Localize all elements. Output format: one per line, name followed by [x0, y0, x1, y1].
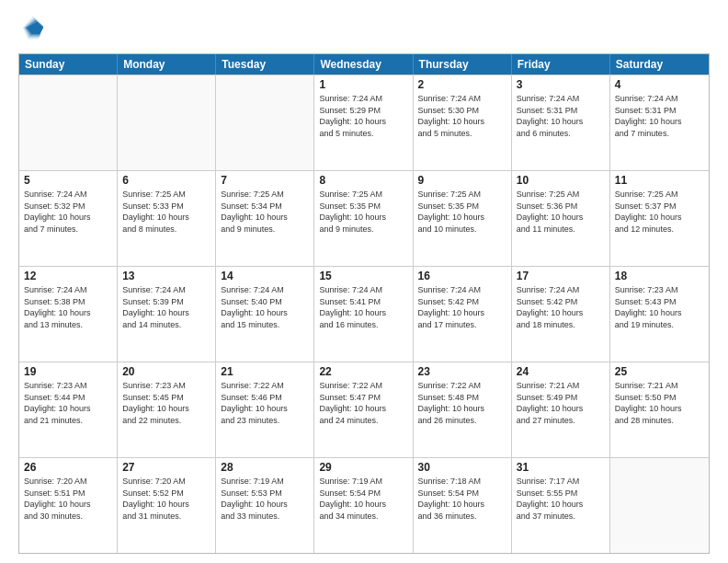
day-number: 1 [319, 78, 407, 91]
day-number: 31 [517, 461, 605, 474]
logo-icon [20, 15, 46, 40]
week-row-1: 1Sunrise: 7:24 AM Sunset: 5:29 PM Daylig… [19, 75, 709, 170]
day-number: 15 [319, 270, 407, 282]
day-cell-6: 6Sunrise: 7:25 AM Sunset: 5:33 PM Daylig… [118, 171, 216, 266]
day-info: Sunrise: 7:21 AM Sunset: 5:49 PM Dayligh… [517, 380, 605, 426]
day-number: 23 [418, 365, 506, 378]
day-info: Sunrise: 7:24 AM Sunset: 5:31 PM Dayligh… [517, 93, 605, 139]
day-number: 5 [24, 174, 112, 187]
day-number: 2 [418, 78, 506, 91]
day-info: Sunrise: 7:24 AM Sunset: 5:42 PM Dayligh… [418, 284, 506, 330]
day-number: 9 [418, 174, 506, 187]
day-number: 13 [122, 270, 210, 282]
day-number: 22 [319, 365, 407, 378]
empty-cell [19, 75, 118, 170]
day-cell-23: 23Sunrise: 7:22 AM Sunset: 5:48 PM Dayli… [414, 362, 512, 457]
empty-cell [118, 75, 216, 170]
day-info: Sunrise: 7:24 AM Sunset: 5:41 PM Dayligh… [319, 284, 407, 330]
day-cell-15: 15Sunrise: 7:24 AM Sunset: 5:41 PM Dayli… [314, 267, 413, 362]
day-number: 29 [319, 461, 407, 474]
day-cell-21: 21Sunrise: 7:22 AM Sunset: 5:46 PM Dayli… [216, 362, 314, 457]
day-cell-8: 8Sunrise: 7:25 AM Sunset: 5:35 PM Daylig… [314, 171, 413, 266]
day-number: 20 [122, 365, 210, 378]
day-cell-31: 31Sunrise: 7:17 AM Sunset: 5:55 PM Dayli… [512, 458, 610, 553]
day-number: 19 [24, 365, 112, 378]
header-cell-sunday: Sunday [19, 54, 118, 75]
day-info: Sunrise: 7:23 AM Sunset: 5:43 PM Dayligh… [615, 284, 704, 330]
day-number: 24 [517, 365, 605, 378]
day-info: Sunrise: 7:24 AM Sunset: 5:42 PM Dayligh… [517, 284, 605, 330]
empty-cell [216, 75, 314, 170]
day-cell-13: 13Sunrise: 7:24 AM Sunset: 5:39 PM Dayli… [118, 267, 216, 362]
day-number: 30 [418, 461, 506, 474]
page: SundayMondayTuesdayWednesdayThursdayFrid… [0, 0, 728, 563]
header [18, 15, 710, 44]
header-cell-monday: Monday [118, 54, 216, 75]
day-info: Sunrise: 7:19 AM Sunset: 5:53 PM Dayligh… [221, 476, 309, 522]
day-cell-3: 3Sunrise: 7:24 AM Sunset: 5:31 PM Daylig… [512, 75, 610, 170]
day-cell-26: 26Sunrise: 7:20 AM Sunset: 5:51 PM Dayli… [19, 458, 118, 553]
day-info: Sunrise: 7:24 AM Sunset: 5:40 PM Dayligh… [221, 284, 309, 330]
day-number: 28 [221, 461, 309, 474]
week-row-3: 12Sunrise: 7:24 AM Sunset: 5:38 PM Dayli… [19, 266, 709, 362]
day-number: 11 [615, 174, 704, 187]
day-info: Sunrise: 7:20 AM Sunset: 5:51 PM Dayligh… [24, 476, 112, 522]
day-info: Sunrise: 7:23 AM Sunset: 5:44 PM Dayligh… [24, 380, 112, 426]
day-cell-30: 30Sunrise: 7:18 AM Sunset: 5:54 PM Dayli… [414, 458, 512, 553]
day-cell-9: 9Sunrise: 7:25 AM Sunset: 5:35 PM Daylig… [414, 171, 512, 266]
day-cell-1: 1Sunrise: 7:24 AM Sunset: 5:29 PM Daylig… [314, 75, 413, 170]
day-number: 27 [122, 461, 210, 474]
day-info: Sunrise: 7:25 AM Sunset: 5:37 PM Dayligh… [615, 189, 704, 235]
day-info: Sunrise: 7:24 AM Sunset: 5:39 PM Dayligh… [122, 284, 210, 330]
day-info: Sunrise: 7:24 AM Sunset: 5:30 PM Dayligh… [418, 93, 506, 139]
header-cell-saturday: Saturday [610, 54, 709, 75]
day-info: Sunrise: 7:25 AM Sunset: 5:36 PM Dayligh… [517, 189, 605, 235]
day-number: 17 [517, 270, 605, 282]
day-number: 21 [221, 365, 309, 378]
day-cell-12: 12Sunrise: 7:24 AM Sunset: 5:38 PM Dayli… [19, 267, 118, 362]
calendar-header: SundayMondayTuesdayWednesdayThursdayFrid… [19, 54, 709, 75]
logo [18, 15, 50, 44]
day-number: 25 [615, 365, 704, 378]
day-info: Sunrise: 7:22 AM Sunset: 5:47 PM Dayligh… [319, 380, 407, 426]
day-info: Sunrise: 7:19 AM Sunset: 5:54 PM Dayligh… [319, 476, 407, 522]
day-cell-7: 7Sunrise: 7:25 AM Sunset: 5:34 PM Daylig… [216, 171, 314, 266]
day-cell-10: 10Sunrise: 7:25 AM Sunset: 5:36 PM Dayli… [512, 171, 610, 266]
day-info: Sunrise: 7:21 AM Sunset: 5:50 PM Dayligh… [615, 380, 704, 426]
day-number: 4 [615, 78, 704, 91]
day-info: Sunrise: 7:24 AM Sunset: 5:29 PM Dayligh… [319, 93, 407, 139]
day-cell-17: 17Sunrise: 7:24 AM Sunset: 5:42 PM Dayli… [512, 267, 610, 362]
day-number: 10 [517, 174, 605, 187]
day-cell-29: 29Sunrise: 7:19 AM Sunset: 5:54 PM Dayli… [314, 458, 413, 553]
day-cell-5: 5Sunrise: 7:24 AM Sunset: 5:32 PM Daylig… [19, 171, 118, 266]
day-cell-25: 25Sunrise: 7:21 AM Sunset: 5:50 PM Dayli… [610, 362, 709, 457]
day-cell-19: 19Sunrise: 7:23 AM Sunset: 5:44 PM Dayli… [19, 362, 118, 457]
day-info: Sunrise: 7:20 AM Sunset: 5:52 PM Dayligh… [122, 476, 210, 522]
day-info: Sunrise: 7:24 AM Sunset: 5:38 PM Dayligh… [24, 284, 112, 330]
day-info: Sunrise: 7:22 AM Sunset: 5:48 PM Dayligh… [418, 380, 506, 426]
day-cell-27: 27Sunrise: 7:20 AM Sunset: 5:52 PM Dayli… [118, 458, 216, 553]
day-cell-28: 28Sunrise: 7:19 AM Sunset: 5:53 PM Dayli… [216, 458, 314, 553]
day-number: 18 [615, 270, 704, 282]
day-number: 8 [319, 174, 407, 187]
day-info: Sunrise: 7:24 AM Sunset: 5:32 PM Dayligh… [24, 189, 112, 235]
calendar-body: 1Sunrise: 7:24 AM Sunset: 5:29 PM Daylig… [19, 75, 709, 553]
empty-cell [610, 458, 709, 553]
header-cell-friday: Friday [512, 54, 610, 75]
week-row-5: 26Sunrise: 7:20 AM Sunset: 5:51 PM Dayli… [19, 457, 709, 553]
day-cell-24: 24Sunrise: 7:21 AM Sunset: 5:49 PM Dayli… [512, 362, 610, 457]
day-cell-16: 16Sunrise: 7:24 AM Sunset: 5:42 PM Dayli… [414, 267, 512, 362]
day-info: Sunrise: 7:25 AM Sunset: 5:33 PM Dayligh… [122, 189, 210, 235]
week-row-2: 5Sunrise: 7:24 AM Sunset: 5:32 PM Daylig… [19, 170, 709, 266]
day-info: Sunrise: 7:17 AM Sunset: 5:55 PM Dayligh… [517, 476, 605, 522]
header-cell-thursday: Thursday [414, 54, 512, 75]
day-cell-11: 11Sunrise: 7:25 AM Sunset: 5:37 PM Dayli… [610, 171, 709, 266]
week-row-4: 19Sunrise: 7:23 AM Sunset: 5:44 PM Dayli… [19, 362, 709, 457]
day-number: 14 [221, 270, 309, 282]
header-cell-wednesday: Wednesday [314, 54, 413, 75]
day-cell-4: 4Sunrise: 7:24 AM Sunset: 5:31 PM Daylig… [610, 75, 709, 170]
day-number: 12 [24, 270, 112, 282]
day-cell-18: 18Sunrise: 7:23 AM Sunset: 5:43 PM Dayli… [610, 267, 709, 362]
day-info: Sunrise: 7:23 AM Sunset: 5:45 PM Dayligh… [122, 380, 210, 426]
day-number: 26 [24, 461, 112, 474]
